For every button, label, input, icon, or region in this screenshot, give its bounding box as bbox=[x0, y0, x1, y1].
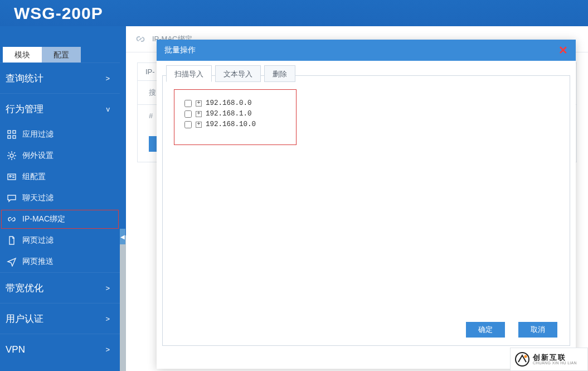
chat-icon bbox=[7, 193, 17, 203]
sidebar-item-chat-filter[interactable]: 聊天过滤 bbox=[0, 187, 120, 209]
svg-rect-1 bbox=[13, 131, 16, 133]
sidebar-item-label: 聊天过滤 bbox=[22, 193, 54, 203]
link-icon bbox=[7, 214, 17, 224]
navgroup-query[interactable]: 查询统计 > bbox=[0, 62, 120, 93]
tree-label: 192.168.1.0 bbox=[206, 110, 252, 118]
product-title: WSG-200P bbox=[14, 4, 103, 23]
chevron-right-icon: > bbox=[105, 334, 110, 365]
col-index: # bbox=[149, 112, 153, 122]
brand-badge: 创新互联 CHUANG XIN HU LIAN bbox=[510, 348, 588, 371]
svg-rect-3 bbox=[13, 136, 16, 138]
tab-text-import[interactable]: 文本导入 bbox=[215, 65, 261, 82]
sidebar-item-app-filter[interactable]: 应用过滤 bbox=[0, 124, 120, 145]
tab-module[interactable]: 模块 bbox=[3, 47, 42, 62]
sidebar-item-label: 例外设置 bbox=[22, 151, 54, 161]
tree-node[interactable]: + 192.168.0.0 bbox=[184, 99, 286, 107]
grid-icon bbox=[7, 129, 17, 139]
brand-name: 创新互联 bbox=[533, 354, 577, 362]
page-icon bbox=[7, 235, 17, 245]
navgroup-label: 查询统计 bbox=[6, 63, 43, 94]
modal-footer: 确定 取消 bbox=[466, 322, 557, 338]
navgroup-label: 行为管理 bbox=[6, 94, 43, 124]
tree-checkbox[interactable] bbox=[184, 110, 192, 118]
svg-rect-0 bbox=[8, 131, 11, 133]
tree-checkbox[interactable] bbox=[184, 100, 192, 107]
svg-point-4 bbox=[10, 154, 13, 157]
navgroup-auth[interactable]: 用户认证 > bbox=[0, 303, 120, 334]
tree-label: 192.168.0.0 bbox=[206, 99, 252, 107]
chevron-right-icon: > bbox=[105, 303, 110, 334]
brand-subtitle: CHUANG XIN HU LIAN bbox=[533, 361, 577, 365]
app-header: WSG-200P bbox=[0, 0, 588, 26]
modal-title: 批量操作 bbox=[164, 45, 196, 55]
sidebar-item-label: 应用过滤 bbox=[22, 129, 54, 139]
svg-point-8 bbox=[524, 355, 527, 358]
close-icon[interactable]: ✕ bbox=[558, 44, 568, 57]
batch-modal: 批量操作 ✕ 扫描导入 文本导入 删除 + 192.168.0.0 bbox=[157, 40, 576, 369]
sidebar-item-web-filter[interactable]: 网页过滤 bbox=[0, 230, 120, 251]
svg-rect-2 bbox=[8, 136, 11, 138]
tab-config[interactable]: 配置 bbox=[42, 47, 81, 62]
navgroup-label: VPN bbox=[6, 334, 25, 365]
navgroup-bandwidth[interactable]: 带宽优化 > bbox=[0, 272, 120, 303]
sidebar-item-group[interactable]: 组配置 bbox=[0, 166, 120, 187]
tab-delete[interactable]: 删除 bbox=[264, 65, 295, 82]
expand-icon[interactable]: + bbox=[196, 122, 202, 128]
navgroup-label: 带宽优化 bbox=[6, 273, 43, 303]
tab-scan-import[interactable]: 扫描导入 bbox=[166, 65, 212, 82]
sidebar-item-exception[interactable]: 例外设置 bbox=[0, 145, 120, 166]
cancel-button[interactable]: 取消 bbox=[518, 322, 557, 338]
sidebar: 模块 配置 查询统计 > 行为管理 v 应用过滤 例外设置 组配置 bbox=[0, 26, 120, 371]
sidebar-item-label: 网页推送 bbox=[22, 257, 54, 267]
ip-tree: + 192.168.0.0 + 192.168.1.0 + 192.168.10… bbox=[174, 89, 297, 145]
sidebar-scroll-thumb[interactable] bbox=[120, 26, 126, 235]
chevron-down-icon: v bbox=[106, 94, 110, 124]
sidebar-item-label: 组配置 bbox=[22, 172, 46, 182]
id-card-icon bbox=[7, 172, 17, 182]
navgroup-behavior[interactable]: 行为管理 v bbox=[0, 93, 120, 124]
ok-button[interactable]: 确定 bbox=[466, 322, 505, 338]
brand-logo-icon bbox=[515, 352, 529, 367]
navgroup-label: 用户认证 bbox=[6, 303, 43, 334]
tree-checkbox[interactable] bbox=[184, 121, 192, 128]
gear-icon bbox=[7, 151, 17, 161]
sidebar-item-label: 网页过滤 bbox=[22, 235, 54, 245]
tree-label: 192.168.10.0 bbox=[206, 121, 256, 128]
chevron-right-icon: > bbox=[105, 273, 110, 303]
sidebar-collapse-handle[interactable]: ◀ bbox=[120, 229, 125, 244]
sidebar-item-web-push[interactable]: 网页推送 bbox=[0, 251, 120, 272]
modal-titlebar: 批量操作 ✕ bbox=[157, 40, 576, 61]
tree-node[interactable]: + 192.168.1.0 bbox=[184, 110, 286, 118]
svg-rect-5 bbox=[8, 174, 16, 180]
navgroup-behavior-items: 应用过滤 例外设置 组配置 聊天过滤 IP-MAC绑定 网页过滤 bbox=[0, 124, 120, 272]
chevron-right-icon: > bbox=[105, 63, 110, 94]
navgroup-vpn[interactable]: VPN > bbox=[0, 334, 120, 364]
sidebar-item-ip-mac[interactable]: IP-MAC绑定 bbox=[0, 209, 120, 230]
expand-icon[interactable]: + bbox=[196, 100, 202, 107]
modal-tabs: 扫描导入 文本导入 删除 bbox=[166, 65, 295, 82]
tree-node[interactable]: + 192.168.10.0 bbox=[184, 121, 286, 128]
svg-point-6 bbox=[9, 176, 11, 177]
expand-icon[interactable]: + bbox=[196, 111, 202, 117]
sidebar-tabbar: 模块 配置 bbox=[0, 26, 120, 62]
send-icon bbox=[7, 257, 17, 267]
sidebar-item-label: IP-MAC绑定 bbox=[22, 214, 65, 224]
main-content: IP-MAC绑定 IP- 搜 # 备 批量操作 ✕ 扫描导入 文本导入 bbox=[126, 26, 588, 371]
modal-inner: 扫描导入 文本导入 删除 + 192.168.0.0 + bbox=[162, 75, 570, 346]
link-icon bbox=[134, 33, 147, 45]
